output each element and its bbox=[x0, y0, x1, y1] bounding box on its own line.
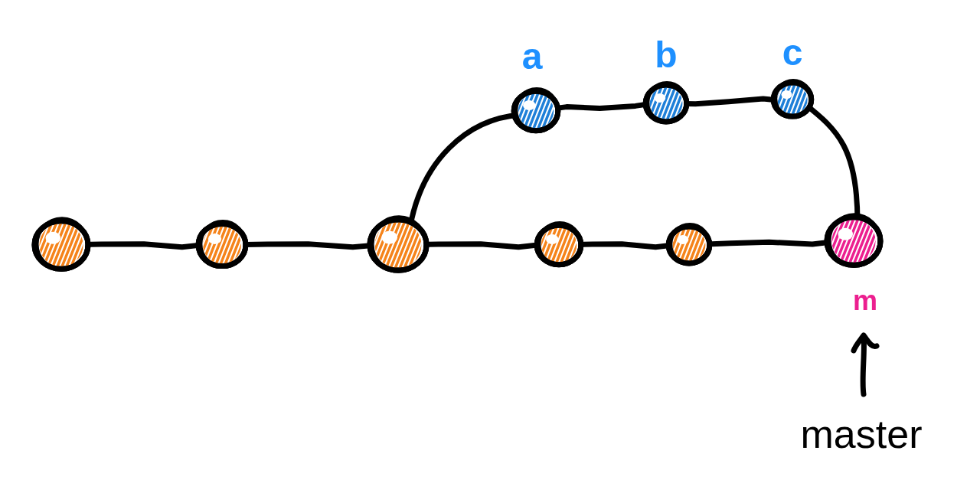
svg-line-146 bbox=[619, 83, 635, 125]
commit-node-a bbox=[485, 89, 563, 133]
svg-line-12 bbox=[9, 218, 31, 271]
commit-node-b bbox=[619, 83, 691, 125]
svg-line-128 bbox=[485, 89, 503, 133]
edges-layer bbox=[61, 99, 858, 247]
pointer-arrow-icon bbox=[854, 335, 877, 394]
label-a: a bbox=[522, 36, 543, 77]
commit-node-mrg bbox=[792, 214, 887, 267]
svg-point-159 bbox=[654, 93, 665, 103]
svg-point-142 bbox=[523, 100, 535, 110]
svg-line-11 bbox=[5, 218, 26, 271]
commit-node-m1 bbox=[0, 218, 95, 271]
svg-point-68 bbox=[381, 231, 397, 244]
edge-c-mrg bbox=[804, 103, 858, 222]
svg-point-175 bbox=[782, 90, 792, 99]
edge-m3-a bbox=[410, 115, 521, 230]
svg-point-27 bbox=[45, 232, 60, 244]
label-c: c bbox=[782, 32, 803, 73]
svg-point-103 bbox=[677, 235, 688, 244]
label-master: master bbox=[801, 412, 923, 456]
svg-line-10 bbox=[0, 218, 21, 271]
git-diagram: a b c m master bbox=[0, 0, 980, 480]
svg-point-124 bbox=[838, 228, 853, 240]
svg-line-129 bbox=[490, 89, 508, 133]
label-merge-commit: m bbox=[853, 285, 877, 316]
svg-line-130 bbox=[495, 89, 512, 133]
svg-point-46 bbox=[208, 233, 221, 244]
label-b: b bbox=[655, 34, 677, 75]
svg-point-86 bbox=[546, 234, 558, 244]
